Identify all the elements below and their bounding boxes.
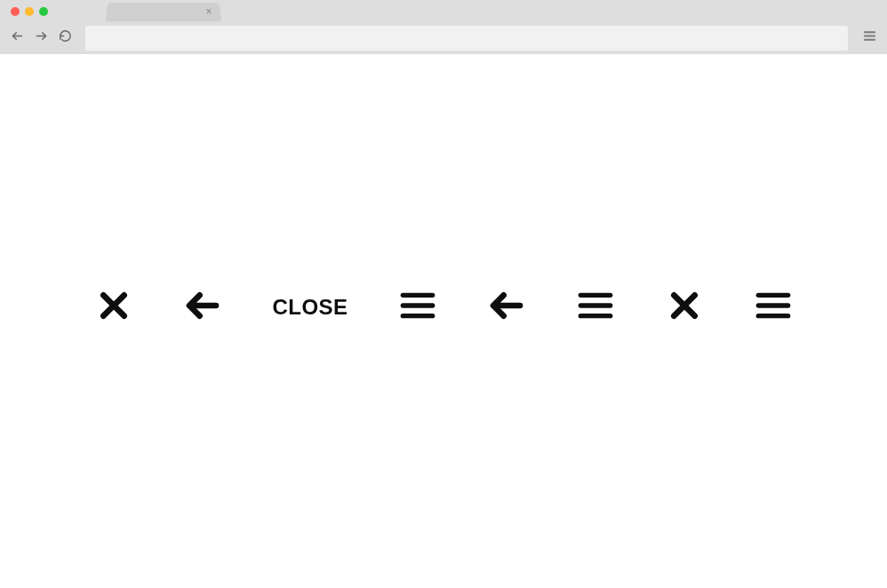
window-maximize-button[interactable]	[39, 7, 48, 16]
address-bar[interactable]	[85, 26, 848, 51]
back-arrow-button-2[interactable]	[487, 288, 526, 327]
hamburger-button-3[interactable]	[754, 288, 793, 327]
icon-row: CLOSE	[94, 288, 792, 327]
back-arrow-button-1[interactable]	[183, 288, 222, 327]
browser-toolbar	[0, 21, 887, 54]
hamburger-menu-icon	[578, 288, 613, 327]
browser-chrome: ×	[0, 0, 887, 54]
arrow-left-icon	[185, 288, 220, 327]
hamburger-menu-icon	[400, 288, 436, 327]
traffic-lights	[11, 7, 48, 16]
browser-menu-button[interactable]	[860, 29, 878, 47]
arrow-right-icon	[35, 29, 48, 46]
hamburger-menu-icon	[862, 28, 877, 47]
browser-reload-button[interactable]	[57, 30, 73, 46]
hamburger-menu-icon	[755, 288, 791, 327]
close-x-button-1[interactable]	[94, 288, 133, 327]
window-minimize-button[interactable]	[25, 7, 34, 16]
reload-icon	[59, 29, 72, 46]
browser-forward-button[interactable]	[33, 30, 49, 46]
close-x-button-2[interactable]	[665, 288, 704, 327]
close-text-button[interactable]: CLOSE	[272, 288, 348, 327]
hamburger-button-1[interactable]	[398, 288, 437, 327]
close-icon	[96, 288, 132, 327]
tab-close-button[interactable]: ×	[203, 6, 214, 17]
close-icon	[667, 288, 702, 327]
tab-strip: ×	[0, 0, 887, 21]
browser-back-button[interactable]	[9, 30, 25, 46]
page-content: CLOSE	[0, 54, 887, 588]
window-close-button[interactable]	[11, 7, 20, 16]
hamburger-button-2[interactable]	[576, 288, 615, 327]
arrow-left-icon	[11, 29, 24, 46]
close-label: CLOSE	[272, 295, 348, 320]
browser-tab[interactable]: ×	[106, 3, 221, 21]
arrow-left-icon	[489, 288, 524, 327]
